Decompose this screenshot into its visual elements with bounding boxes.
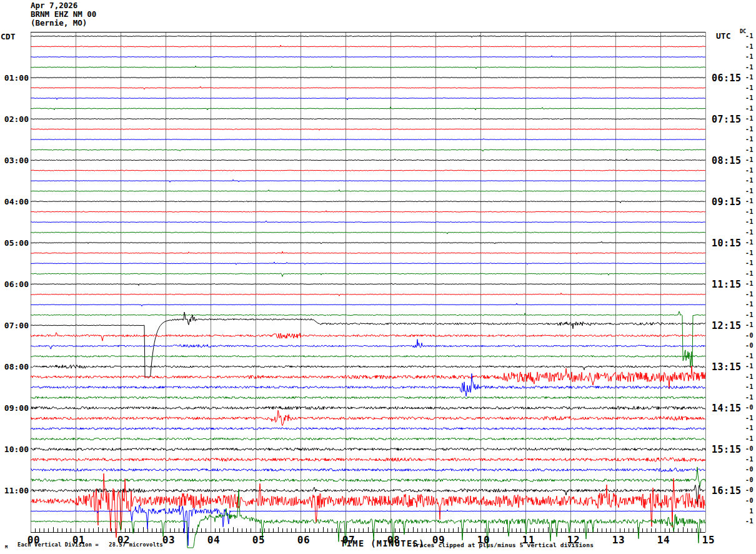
dc-value: -1	[735, 43, 754, 50]
dc-value: 1	[735, 508, 754, 515]
dc-value: -1	[735, 291, 754, 298]
trace-line-green-31	[31, 356, 705, 358]
trace-line-green-3	[31, 66, 705, 69]
dc-value: -1	[735, 259, 754, 266]
dc-value: -1	[735, 239, 754, 246]
trace-line-blue-2	[31, 56, 705, 58]
dc-value: -1	[735, 218, 754, 225]
clip-note: Traces clipped at plus/minus 5 vertical …	[412, 541, 594, 548]
trace-line-green-7	[31, 107, 705, 110]
dc-value: -0	[735, 497, 754, 504]
dc-value: -1	[735, 64, 754, 71]
dc-value: -0	[735, 404, 754, 411]
trace-line-red-21	[31, 251, 705, 254]
trace-line-green-35	[31, 396, 705, 398]
dc-value: -1	[735, 383, 754, 390]
trace-line-blue-14	[31, 179, 705, 182]
dc-value: -0	[735, 476, 754, 483]
trace-line-blue-38	[31, 428, 705, 430]
trace-line-green-11	[31, 149, 705, 151]
left-time-label: 09:00	[0, 403, 29, 413]
dc-value: -1	[735, 353, 754, 360]
trace-line-blue-6	[31, 98, 705, 100]
dc-value: -1	[735, 126, 754, 133]
x-tick-label: 15	[695, 534, 722, 546]
trace-line-black-8	[31, 118, 705, 119]
trace-line-green-19	[31, 232, 705, 234]
dc-value: -1	[735, 456, 754, 463]
trace-line-red-41	[31, 458, 705, 461]
dc-value: -1	[735, 270, 754, 277]
dc-value: -1	[735, 105, 754, 112]
dc-value: -1	[735, 198, 754, 204]
trace-line-red-33	[31, 366, 705, 389]
trace-line-red-25	[31, 293, 705, 296]
trace-line-red-17	[31, 211, 705, 213]
trace-line-red-5	[31, 86, 705, 89]
dc-value: -1	[735, 425, 754, 431]
trace-line-blue-22	[31, 262, 705, 264]
trace-line-blue-26	[31, 303, 705, 306]
left-time-label: 04:00	[0, 197, 29, 206]
trace-line-black-16	[31, 201, 705, 203]
left-time-label: 10:00	[0, 445, 29, 454]
trace-line-black-12	[31, 159, 705, 161]
left-time-label: 11:00	[0, 486, 29, 495]
dc-value: -1	[735, 208, 754, 215]
x-tick-label: 13	[605, 534, 632, 546]
dc-value: -1	[735, 249, 754, 256]
dc-value: -1	[735, 74, 754, 81]
left-time-label: 03:00	[0, 156, 29, 165]
dc-value: -1	[735, 136, 754, 143]
scale-note: Each Vertical Division = 28.57 microvolt…	[17, 541, 163, 548]
left-time-label: 05:00	[0, 238, 29, 248]
dc-value: -1	[735, 415, 754, 421]
dc-value: -1	[735, 394, 754, 401]
dc-value: -0	[735, 342, 754, 349]
trace-line-green-27	[31, 311, 705, 367]
dc-value: -0	[735, 486, 754, 493]
trace-line-blue-30	[31, 340, 705, 350]
trace-line-red-29	[31, 333, 705, 341]
dc-value: -1	[735, 321, 754, 328]
trace-line-black-20	[31, 241, 705, 244]
left-timezone-label: CDT	[1, 32, 15, 41]
dc-value: -1	[735, 229, 754, 236]
header-station: BRNM EHZ NM 00	[31, 10, 96, 19]
dc-value: -1	[735, 177, 754, 184]
dc-value: -1	[735, 280, 754, 287]
dc-value: -1	[735, 94, 754, 101]
dc-value: -1	[735, 146, 754, 153]
trace-line-blue-18	[31, 221, 705, 223]
dc-value: -1	[735, 84, 754, 91]
dc-value: -1	[735, 53, 754, 60]
x-tick-label: 06	[290, 534, 317, 546]
dc-value: -0	[735, 332, 754, 339]
left-time-label: 07:00	[0, 321, 29, 330]
trace-line-black-32	[31, 365, 705, 370]
dc-value: -1	[735, 167, 754, 174]
trace-line-red-13	[31, 170, 705, 171]
trace-line-red-1	[31, 45, 705, 48]
trace-line-black-28	[31, 312, 705, 377]
dc-value: -1	[735, 301, 754, 308]
dc-value: -1	[735, 188, 754, 194]
dc-value: -1	[735, 435, 754, 442]
seismogram-canvas	[0, 0, 756, 554]
left-time-label: 02:00	[0, 114, 29, 124]
trace-line-green-15	[31, 189, 705, 191]
trace-line-green-23	[31, 273, 705, 276]
dc-value: -1	[735, 33, 754, 39]
header-date: Apr 7,2026	[31, 1, 77, 10]
x-tick-label: 05	[245, 534, 272, 546]
trace-line-red-37	[31, 410, 705, 425]
dc-value: -1	[735, 373, 754, 380]
dc-value: -0	[735, 445, 754, 452]
x-tick-label: 14	[650, 534, 677, 546]
right-timezone-label: UTC	[716, 31, 730, 41]
dc-value: -1	[735, 156, 754, 163]
trace-line-black-0	[31, 36, 705, 38]
dc-value: -1	[735, 363, 754, 370]
dc-value: -1	[735, 518, 754, 525]
left-time-label: 06:00	[0, 280, 29, 289]
